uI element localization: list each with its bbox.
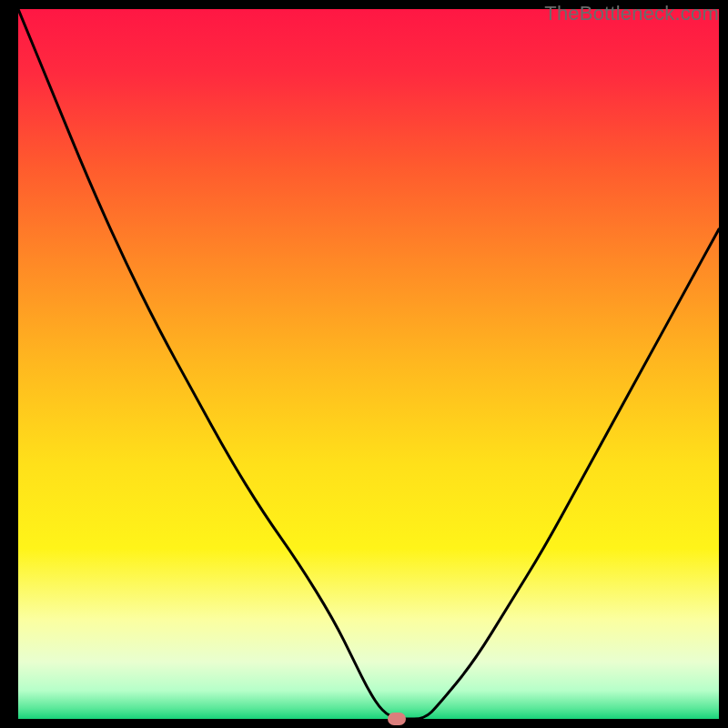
gradient-background (18, 9, 719, 719)
watermark-text: TheBottleneck.com (544, 2, 719, 25)
chart-frame: TheBottleneck.com (0, 0, 728, 728)
bottleneck-chart (18, 9, 719, 719)
optimal-point-marker (388, 713, 406, 725)
